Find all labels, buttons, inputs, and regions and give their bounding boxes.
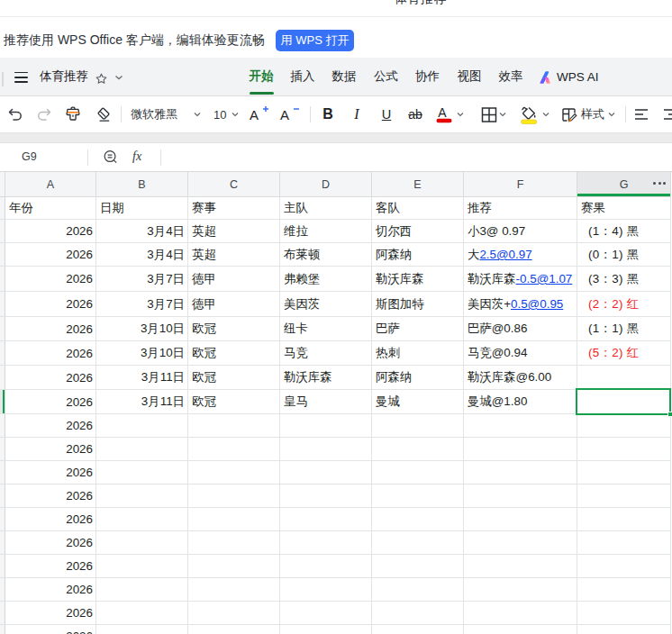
cell-B14[interactable] [96,508,188,531]
cell-A16[interactable]: 2026 [5,555,96,578]
cell-C9[interactable]: 欧冠 [188,390,280,414]
cell-D8[interactable]: 勒沃库森 [280,366,372,390]
cell-D3[interactable]: 布莱顿 [280,243,372,267]
cell-C15[interactable] [188,531,280,555]
font-color-chevron-icon[interactable] [456,96,465,132]
row-header-14[interactable] [0,508,5,531]
cell-C7[interactable]: 欧冠 [188,341,280,366]
cell-B18[interactable] [96,602,188,625]
column-menu-dots-icon[interactable] [651,172,667,195]
row-header-10[interactable] [0,414,5,438]
tab-1-开始[interactable]: 开始 [250,58,274,96]
cell-G13[interactable] [577,485,671,508]
style-chevron-icon[interactable] [607,96,616,132]
cell-B6[interactable]: 3月10日 [96,317,188,341]
cell-F19[interactable] [464,625,577,634]
cell-D4[interactable]: 弗赖堡 [280,267,372,292]
align-left-icon[interactable] [633,96,649,132]
cell-G5[interactable]: (2：2) 红 [577,292,671,317]
cell-E8[interactable]: 阿森纳 [372,366,464,390]
cell-A18[interactable]: 2026 [5,602,96,625]
borders-chevron-icon[interactable] [498,96,507,132]
cell-G17[interactable] [577,578,671,602]
cell-A7[interactable]: 2026 [5,341,96,366]
cell-E11[interactable] [372,438,464,461]
row-header-11[interactable] [0,438,5,461]
column-header-A[interactable]: A [5,172,96,197]
font-name-chevron-icon[interactable] [193,96,202,132]
borders-icon[interactable] [480,96,499,132]
cell-G16[interactable] [577,555,671,578]
selected-cell-outline[interactable] [576,388,671,415]
cell-F8[interactable]: 勒沃库森@6.00 [464,366,577,390]
cell-C12[interactable] [188,461,280,485]
cell-C8[interactable]: 欧冠 [188,366,280,390]
cell-D16[interactable] [280,555,372,578]
cell-A14[interactable]: 2026 [5,508,96,531]
selection-fill-handle[interactable] [667,412,672,417]
row-header-3[interactable] [0,243,5,267]
cell-A11[interactable]: 2026 [5,438,96,461]
row-header-16[interactable] [0,555,5,578]
cell-E18[interactable] [372,602,464,625]
align-center-icon[interactable] [663,96,672,132]
cell-F12[interactable] [464,461,577,485]
cell-G19[interactable] [577,625,671,634]
cell-G12[interactable] [577,461,671,485]
cell-name-box[interactable]: G9 [22,143,37,171]
cell-G18[interactable] [577,602,671,625]
cell-B2[interactable]: 3月4日 [96,220,188,243]
cell-D18[interactable] [280,602,372,625]
cell-G11[interactable] [577,438,671,461]
row-header-18[interactable] [0,602,5,625]
font-decrease-icon[interactable]: A [278,96,300,132]
cell-B17[interactable] [96,578,188,602]
cell-G15[interactable] [577,531,671,555]
tab-7-效率[interactable]: 效率 [499,58,523,96]
row-header-17[interactable] [0,578,5,602]
cell-E7[interactable]: 热刺 [372,341,464,366]
cell-A8[interactable]: 2026 [5,366,96,390]
cell-C4[interactable]: 德甲 [188,267,280,292]
cell-D7[interactable]: 马竞 [280,341,372,366]
tab-3-数据[interactable]: 数据 [332,58,357,96]
cell-C16[interactable] [188,555,280,578]
cell-D13[interactable] [280,485,372,508]
cell-D11[interactable] [280,438,372,461]
row-header-12[interactable] [0,461,5,485]
cell-E10[interactable] [372,414,464,438]
cell-F17[interactable] [464,578,577,602]
cell-B16[interactable] [96,555,188,578]
cell-C13[interactable] [188,485,280,508]
cell-B10[interactable] [96,414,188,438]
lookup-formula-icon[interactable] [103,143,120,171]
cell-E16[interactable] [372,555,464,578]
cell-E5[interactable]: 斯图加特 [372,292,464,317]
font-size-select[interactable]: 10 [213,96,226,132]
cell-G1[interactable]: 赛果 [577,197,671,220]
font-color-icon[interactable]: A [434,96,452,132]
column-header-C[interactable]: C [188,172,280,197]
cell-B13[interactable] [96,485,188,508]
cell-E3[interactable]: 阿森纳 [372,243,464,267]
eraser-icon[interactable] [94,96,113,132]
cell-A17[interactable]: 2026 [5,578,96,602]
column-header-D[interactable]: D [280,172,372,197]
column-header-E[interactable]: E [372,172,464,197]
cell-E13[interactable] [372,485,464,508]
cell-G14[interactable] [577,508,671,531]
cell-A4[interactable]: 2026 [5,267,96,292]
cell-D12[interactable] [280,461,372,485]
cell-E17[interactable] [372,578,464,602]
cell-D6[interactable]: 纽卡 [280,317,372,341]
row-header-5[interactable] [0,292,5,317]
font-size-chevron-icon[interactable] [231,96,240,132]
tab-wps-ai[interactable]: WPS AI [538,58,599,96]
cell-D17[interactable] [280,578,372,602]
cell-E9[interactable]: 曼城 [372,390,464,414]
cell-C3[interactable]: 英超 [188,243,280,267]
cell-D19[interactable] [280,625,372,634]
cell-A9[interactable]: 2026 [5,390,96,414]
cell-B5[interactable]: 3月7日 [96,292,188,317]
cell-G10[interactable] [577,414,671,438]
